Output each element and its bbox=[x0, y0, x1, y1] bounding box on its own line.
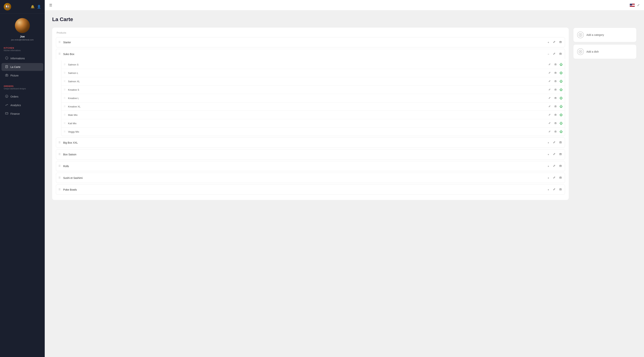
edit-icon-salmon-s[interactable] bbox=[548, 62, 552, 67]
analytics-label: Analytics bbox=[10, 104, 21, 107]
sub-item-veggy-mix[interactable]: Veggy Mix ⏻ bbox=[61, 128, 565, 136]
delete-icon-salmon-xl[interactable] bbox=[554, 79, 557, 84]
main-area: ☰ ⤢ La Carte Products Starter + bbox=[45, 0, 644, 357]
hamburger-icon[interactable]: ☰ bbox=[49, 3, 52, 7]
sidebar-item-la-carte[interactable]: La Carte bbox=[2, 63, 43, 71]
sub-item-salmon-l[interactable]: Salmon L ⏻ bbox=[61, 69, 565, 77]
svg-point-160 bbox=[60, 165, 60, 165]
edit-icon-poke-bowls[interactable] bbox=[552, 187, 556, 192]
svg-point-52 bbox=[65, 73, 65, 74]
edit-icon-starter[interactable] bbox=[552, 40, 556, 45]
power-icon-salmon-l[interactable]: ⏻ bbox=[560, 71, 562, 75]
edit-icon-veggy-mix[interactable] bbox=[548, 129, 552, 134]
category-row-box-saison[interactable]: Box Saison + bbox=[56, 149, 565, 159]
edit-icon-kreative-s[interactable] bbox=[548, 88, 552, 92]
kitchen-section-label: KITCHEN bbox=[4, 47, 41, 49]
power-icon-maki-mix[interactable]: ⏻ bbox=[560, 113, 562, 117]
edit-icon-kreative-l[interactable] bbox=[548, 96, 552, 100]
delete-icon-kreative-xl[interactable] bbox=[554, 104, 557, 109]
sidebar-item-informations[interactable]: i Informations bbox=[2, 55, 43, 62]
category-row-big-box-xxl[interactable]: Big Box XXL + bbox=[56, 137, 565, 148]
edit-icon-kreative-xl[interactable] bbox=[548, 104, 552, 109]
edit-icon-suko-box[interactable] bbox=[552, 52, 556, 56]
edit-icon-kali-mix[interactable] bbox=[548, 121, 552, 126]
language-flag[interactable] bbox=[630, 4, 635, 7]
add-icon-rolls[interactable]: + bbox=[547, 164, 550, 168]
delete-icon-maki-mix[interactable] bbox=[554, 113, 557, 117]
sub-item-maki-mix[interactable]: Maki Mix ⏻ bbox=[61, 111, 565, 119]
profile-icon[interactable]: 👤 bbox=[37, 5, 41, 9]
edit-icon-sushi-sashimi[interactable] bbox=[552, 176, 556, 180]
svg-point-125 bbox=[64, 131, 64, 132]
delete-icon-kreative-l[interactable] bbox=[554, 96, 557, 100]
edit-icon-maki-mix[interactable] bbox=[548, 113, 552, 117]
delete-icon-sushi-sashimi[interactable] bbox=[558, 176, 562, 180]
products-label: Products bbox=[56, 31, 565, 34]
expand-icon[interactable]: ⤢ bbox=[637, 3, 640, 7]
add-category-icon bbox=[577, 32, 584, 38]
power-icon-kreative-l[interactable]: ⏻ bbox=[560, 96, 562, 100]
delete-icon-rolls[interactable] bbox=[558, 164, 562, 168]
delete-icon-salmon-s[interactable] bbox=[554, 62, 557, 67]
delete-icon-starter[interactable] bbox=[558, 40, 562, 45]
power-icon-kreative-xl[interactable]: ⏻ bbox=[560, 105, 562, 108]
category-row-starter[interactable]: Starter + bbox=[56, 37, 565, 47]
power-icon-kali-mix[interactable]: ⏻ bbox=[560, 122, 562, 125]
power-icon-kreative-s[interactable]: ⏻ bbox=[560, 88, 562, 91]
item-name-kreative-s: Kreative S bbox=[68, 88, 548, 91]
sub-item-kreative-xl[interactable]: Kreative XL ⏻ bbox=[61, 102, 565, 111]
add-category-card[interactable]: Add a category bbox=[573, 28, 636, 42]
delete-icon-big-box-xxl[interactable] bbox=[558, 140, 562, 145]
sub-item-salmon-s[interactable]: Salmon S ⏻ bbox=[61, 61, 565, 69]
sidebar-profile: Joe joe.resto@mikimeal.com bbox=[0, 14, 45, 44]
sub-item-kreative-l[interactable]: Kreative L ⏻ bbox=[61, 94, 565, 102]
add-icon-box-saison[interactable]: + bbox=[547, 152, 550, 157]
add-dish-card[interactable]: Add a dish bbox=[573, 44, 636, 59]
sidebar-item-finance[interactable]: Finance bbox=[2, 110, 43, 118]
delete-icon-veggy-mix[interactable] bbox=[554, 129, 557, 134]
profile-name: Joe bbox=[20, 35, 25, 38]
delete-icon-box-saison[interactable] bbox=[558, 152, 562, 157]
category-row-suko-box[interactable]: Suko Box − bbox=[56, 49, 565, 59]
svg-point-28 bbox=[60, 53, 60, 53]
power-icon-salmon-xl[interactable]: ⏻ bbox=[560, 80, 562, 83]
delete-icon-kreative-s[interactable] bbox=[554, 88, 557, 92]
power-icon-salmon-s[interactable]: ⏻ bbox=[560, 63, 562, 66]
add-icon-sushi-sashimi[interactable]: + bbox=[547, 176, 550, 180]
svg-point-93 bbox=[64, 107, 64, 107]
svg-point-58 bbox=[64, 80, 64, 81]
sub-item-kali-mix[interactable]: Kali Mix ⏻ bbox=[61, 119, 565, 128]
category-row-rolls[interactable]: Rolls + bbox=[56, 161, 565, 171]
sidebar-item-analytics[interactable]: Analytics bbox=[2, 101, 43, 109]
sub-item-kreative-s[interactable]: Kreative S ⏻ bbox=[61, 86, 565, 94]
delete-icon-suko-box[interactable] bbox=[558, 52, 562, 56]
notification-icon[interactable]: 🔔 bbox=[30, 5, 35, 9]
category-row-sushi-sashimi[interactable]: Sushi et Sashimi + bbox=[56, 173, 565, 183]
svg-point-27 bbox=[59, 54, 59, 55]
svg-point-136 bbox=[59, 142, 59, 143]
power-icon-veggy-mix[interactable]: ⏻ bbox=[560, 130, 562, 133]
delete-icon-salmon-l[interactable] bbox=[554, 71, 557, 75]
svg-point-159 bbox=[59, 166, 59, 167]
edit-icon-rolls[interactable] bbox=[552, 164, 556, 168]
add-icon-big-box-xxl[interactable]: + bbox=[547, 140, 550, 145]
edit-icon-salmon-l[interactable] bbox=[548, 71, 552, 75]
informations-label: Informations bbox=[10, 57, 25, 60]
edit-icon-salmon-xl[interactable] bbox=[548, 79, 552, 84]
add-icon-poke-bowls[interactable]: + bbox=[547, 187, 550, 192]
sidebar-item-orders[interactable]: $ Orders bbox=[2, 93, 43, 101]
sidebar-item-picture[interactable]: Picture bbox=[2, 72, 43, 80]
collapse-icon-suko-box[interactable]: − bbox=[547, 52, 550, 56]
svg-point-61 bbox=[65, 80, 65, 81]
drag-icon-salmon-s bbox=[64, 63, 66, 66]
svg-point-63 bbox=[65, 82, 65, 82]
category-row-poke-bowls[interactable]: Poke Bowls + bbox=[56, 184, 565, 195]
edit-icon-box-saison[interactable] bbox=[552, 152, 556, 157]
add-icon-starter[interactable]: + bbox=[547, 40, 550, 45]
sub-item-salmon-xl[interactable]: Salmon XL ⏻ bbox=[61, 77, 565, 86]
delete-icon-kali-mix[interactable] bbox=[554, 121, 557, 126]
category-name-sushi-sashimi: Sushi et Sashimi bbox=[63, 176, 547, 179]
delete-icon-poke-bowls[interactable] bbox=[558, 187, 562, 192]
edit-icon-big-box-xxl[interactable] bbox=[552, 140, 556, 145]
drag-icon-veggy-mix bbox=[64, 130, 66, 133]
